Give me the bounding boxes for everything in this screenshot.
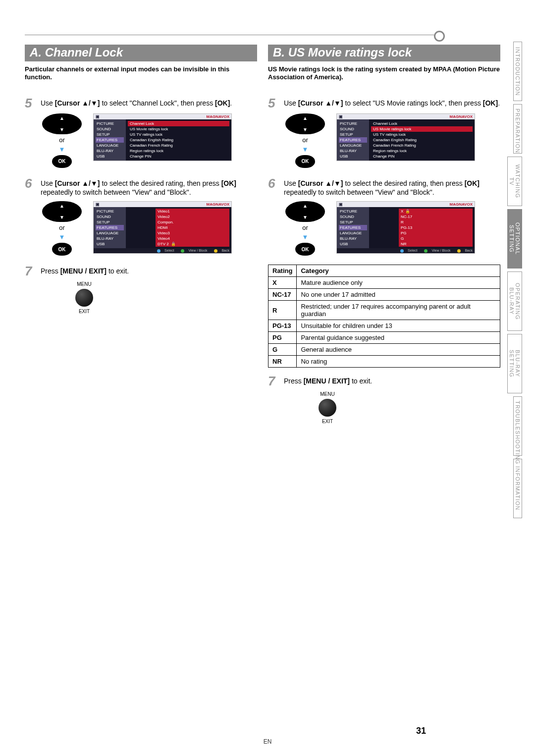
- table-row: NRNo rating: [268, 356, 500, 368]
- table-row: GGeneral audience: [268, 344, 500, 356]
- step-b6: 6 Use [Cursor ▲/▼] to select the desired…: [268, 177, 500, 198]
- key-ok: [OK]: [215, 99, 230, 107]
- osd-side-item: BLU-RAY: [96, 148, 124, 154]
- osd-side-item: PICTURE: [96, 209, 124, 214]
- table-row: RRestricted; under 17 requires accompany…: [268, 301, 500, 320]
- osd-row: US Movie ratings lock: [128, 126, 229, 132]
- step-number-6: 6: [25, 177, 36, 198]
- cell-rating: NC-17: [268, 289, 297, 301]
- text: Use: [41, 99, 55, 107]
- cell-rating: PG: [268, 332, 297, 344]
- cell-rating: R: [268, 301, 297, 320]
- osd-sidebar: PICTURE SOUND SETUP FEATURES LANGUAGE BL…: [94, 207, 126, 248]
- osd-side-item: PICTURE: [96, 121, 124, 126]
- osd-side-item: LANGUAGE: [96, 230, 124, 236]
- osd-side-item: FEATURES: [96, 137, 124, 143]
- tab-watching-tv[interactable]: WATCHING TV: [507, 157, 522, 206]
- side-tab-strip: INTRODUCTION PREPARATION WATCHING TV OPT…: [468, 42, 522, 518]
- table-row: XMature audience only: [268, 277, 500, 289]
- osd-main: Video1 Video2 Compon. HDMI Video3 Video4…: [126, 207, 231, 248]
- key-ok: [OK]: [221, 179, 236, 187]
- osd-foot-back: Back: [221, 249, 229, 252]
- dpad-icon: ▲▼: [285, 113, 325, 134]
- osd-main: Channel Lock US Movie ratings lock US TV…: [369, 119, 475, 161]
- osd-row: Channel Lock: [371, 121, 473, 126]
- key-cursor: [Cursor ▲/▼]: [298, 99, 343, 107]
- remote-nav: ▲▼ or ▼ OK: [40, 113, 84, 168]
- heading-b: B. US Movie ratings lock: [268, 45, 500, 61]
- brand-label: MAGNAVOX: [206, 202, 229, 207]
- text: repeatedly to switch between "View" and …: [284, 188, 434, 196]
- osd-row: G: [399, 236, 473, 241]
- dpad-icon: ▲▼: [285, 201, 325, 222]
- osd-side-item: FEATURES: [339, 225, 367, 230]
- tab-optional-setting[interactable]: OPTIONAL SETTING: [507, 209, 522, 269]
- ok-button-icon: OK: [295, 243, 315, 256]
- menu-label: MENU: [69, 281, 99, 287]
- remote-osd-a6: ▲▼ or ▼ OK ▣MAGNAVOX PICTURE SOUND SETUP…: [40, 201, 257, 256]
- text: Use: [284, 99, 298, 107]
- text: Use: [41, 179, 55, 187]
- page-number: 31: [416, 726, 426, 736]
- remote-nav: ▲▼ or ▼ OK: [283, 113, 327, 168]
- osd-row: Canadian French Rating: [128, 143, 229, 148]
- tab-preparation[interactable]: PREPARATION: [513, 104, 522, 154]
- osd-side-item: SETUP: [96, 132, 124, 137]
- osd-foot-select: Select: [408, 249, 417, 252]
- osd-row-locked: DTV 2: [156, 241, 229, 247]
- text: .: [230, 99, 232, 107]
- osd-folder-icon: ▣: [339, 114, 343, 119]
- tab-troubleshooting[interactable]: TROUBLESHOOTING: [513, 396, 522, 456]
- cell-rating: X: [268, 277, 297, 289]
- page-top-rule: [25, 35, 436, 35]
- osd-row: Video1: [156, 209, 229, 214]
- text: repeatedly to switch between "View" and …: [41, 188, 191, 196]
- key-menu-exit: [MENU / EXIT]: [60, 267, 107, 275]
- tab-information[interactable]: INFORMATION: [513, 459, 522, 518]
- tab-introduction[interactable]: INTRODUCTION: [513, 42, 522, 101]
- menu-button-icon: [319, 399, 336, 417]
- menu-button-icon: [75, 289, 93, 307]
- osd-sidebar: PICTURE SOUND SETUP FEATURES LANGUAGE BL…: [337, 207, 369, 248]
- key-menu-exit: [MENU / EXIT]: [304, 377, 350, 385]
- osd-side-item: LANGUAGE: [339, 143, 367, 148]
- step-a5: 5 Use [Cursor ▲/▼] to select "Channel Lo…: [25, 97, 257, 109]
- text: to exit.: [350, 377, 372, 385]
- osd-row: US TV ratings lock: [128, 132, 229, 137]
- tab-operating-bluray[interactable]: OPERATING BLU-RAY: [507, 271, 522, 331]
- brand-label: MAGNAVOX: [206, 114, 229, 119]
- osd-row: Region ratings lock: [128, 148, 229, 154]
- osd-sidebar: PICTURE SOUND SETUP FEATURES LANGUAGE BL…: [337, 119, 369, 161]
- or-label: or: [59, 224, 65, 231]
- step-b5: 5 Use [Cursor ▲/▼] to select "US Movie r…: [268, 97, 500, 109]
- osd-side-item: SOUND: [339, 214, 367, 219]
- step-number-5: 5: [268, 97, 279, 109]
- osd-side-item: SETUP: [339, 219, 367, 225]
- intro-b: US Movie ratings lock is the rating syst…: [268, 65, 500, 82]
- osd-row: NC-17: [399, 214, 473, 219]
- osd-side-item: FEATURES: [339, 137, 367, 143]
- or-label: or: [302, 136, 308, 144]
- ok-button-icon: OK: [295, 155, 315, 168]
- osd-row: Compon.: [156, 219, 229, 225]
- osd-channel-block: ▣MAGNAVOX PICTURE SOUND SETUP FEATURES L…: [93, 201, 232, 254]
- osd-footer: Select View / Block Back: [337, 248, 475, 253]
- tab-bluray-setting[interactable]: BLU-RAY SETTING: [507, 334, 522, 393]
- osd-row: Change PIN: [128, 154, 229, 159]
- osd-row: Video4: [156, 236, 229, 241]
- osd-row: PG: [399, 230, 473, 236]
- dpad-icon: ▲▼: [42, 113, 82, 134]
- osd-us-movie-ratings: ▣MAGNAVOX PICTURE SOUND SETUP FEATURES L…: [336, 201, 475, 254]
- osd-foot-select: Select: [164, 249, 174, 252]
- exit-label: EXIT: [313, 419, 342, 424]
- osd-row: US TV ratings lock: [371, 132, 473, 137]
- ok-button-icon: OK: [52, 155, 72, 168]
- osd-side-item: SOUND: [339, 126, 367, 132]
- heading-a: A. Channel Lock: [25, 45, 257, 61]
- osd-sidebar: PICTURE SOUND SETUP FEATURES LANGUAGE BL…: [94, 119, 126, 161]
- menu-exit-button-graphic: MENU EXIT: [69, 281, 99, 314]
- remote-nav: ▲▼ or ▼ OK: [283, 201, 327, 256]
- osd-channel-lock: ▣MAGNAVOX PICTURE SOUND SETUP FEATURES L…: [93, 113, 232, 161]
- page-language: EN: [264, 738, 272, 745]
- osd-row: R: [399, 219, 473, 225]
